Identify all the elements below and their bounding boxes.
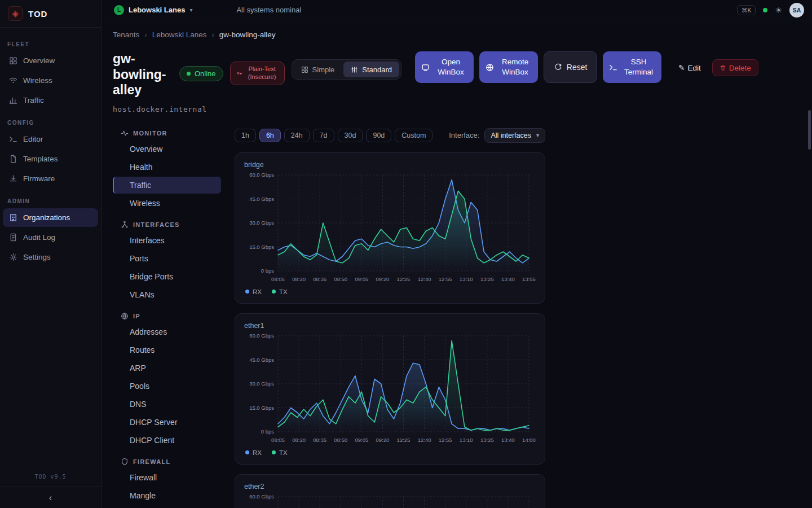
svg-text:15.0 Gbps: 15.0 Gbps — [249, 243, 274, 249]
sidebar-item-audit-log[interactable]: Audit Log — [3, 228, 98, 247]
edit-button[interactable]: ✎ Edit — [673, 59, 707, 76]
legend-tx: TX — [272, 288, 288, 295]
sidebar-item-traffic[interactable]: Traffic — [3, 91, 98, 110]
network-branch-icon — [121, 221, 129, 229]
device-nav-section-interfaces: INTERFACES — [121, 221, 221, 229]
ssh-terminal-button[interactable]: SSH Terminal — [603, 51, 661, 83]
tenant-switcher[interactable]: L Lebowski Lanes ▾ — [114, 5, 192, 15]
shield-icon — [121, 458, 129, 466]
remote-winbox-button[interactable]: Remote WinBox — [479, 51, 538, 83]
svg-text:13:10: 13:10 — [460, 276, 473, 282]
sidebar-collapse-button[interactable]: ‹ — [0, 487, 101, 508]
sidebar-item-firmware[interactable]: Firmware — [3, 169, 98, 188]
chart-title: ether2 — [244, 483, 536, 491]
sidebar-item-overview[interactable]: Overview — [3, 51, 98, 70]
interface-filter: Interface: All interfaces ▾ — [449, 128, 545, 143]
device-nav-wireless[interactable]: Wireless — [113, 195, 221, 212]
svg-text:12:55: 12:55 — [439, 437, 452, 443]
command-palette-shortcut[interactable]: ⌘K — [737, 5, 756, 15]
device-nav-ports[interactable]: Ports — [113, 250, 221, 267]
device-nav-dns[interactable]: DNS — [113, 396, 221, 413]
trash-icon — [720, 64, 726, 71]
document-icon — [9, 233, 17, 242]
device-nav-addresses[interactable]: Addresses — [113, 323, 221, 340]
traffic-chart-ether1: 0 bps15.0 Gbps30.0 Gbps45.0 Gbps60.0 Gbp… — [244, 331, 537, 447]
svg-text:12:55: 12:55 — [439, 276, 452, 282]
interface-filter-label: Interface: — [449, 131, 479, 139]
range-90d[interactable]: 90d — [366, 129, 391, 142]
chevron-down-icon: ▾ — [536, 132, 539, 138]
app-logo: ◈ TOD — [0, 0, 101, 28]
sidebar-item-label: Templates — [23, 155, 58, 163]
device-header: gw-bowling-alley Online Plain-Text (Inse… — [113, 51, 798, 98]
rx-dot-icon — [245, 450, 249, 454]
device-nav-pools[interactable]: Pools — [113, 378, 221, 395]
sidebar-item-wireless[interactable]: Wireless — [3, 71, 98, 90]
svg-text:15.0 Gbps: 15.0 Gbps — [249, 404, 274, 410]
sidebar-item-label: Audit Log — [23, 233, 55, 242]
file-icon — [9, 155, 17, 163]
device-nav-section-firewall: FIREWALL — [121, 458, 221, 466]
device-nav-interfaces[interactable]: Interfaces — [113, 232, 221, 249]
device-nav-dhcp-client[interactable]: DHCP Client — [113, 432, 221, 449]
device-actions: Open WinBox Remote WinBox Reset SSH Term… — [415, 51, 758, 83]
svg-text:08:20: 08:20 — [292, 276, 306, 282]
gear-icon — [9, 253, 17, 261]
legend-rx: RX — [245, 449, 262, 456]
legend-tx: TX — [272, 449, 288, 456]
traffic-chart-bridge: 0 bps15.0 Gbps30.0 Gbps45.0 Gbps60.0 Gbp… — [244, 170, 537, 286]
range-24h[interactable]: 24h — [284, 129, 310, 142]
breadcrumb-tenants[interactable]: Tenants — [113, 30, 139, 39]
interface-select[interactable]: All interfaces ▾ — [484, 128, 545, 143]
reset-button[interactable]: Reset — [544, 51, 597, 83]
sidebar-item-templates[interactable]: Templates — [3, 150, 98, 168]
device-nav-overview[interactable]: Overview — [113, 141, 221, 157]
sidebar-item-label: Overview — [23, 56, 55, 65]
svg-text:14:00: 14:00 — [522, 437, 536, 443]
topbar-right: ⌘K ☀ SA — [737, 3, 804, 17]
device-nav-traffic[interactable]: Traffic — [113, 177, 221, 194]
sidebar-item-label: Traffic — [23, 96, 44, 104]
range-7d[interactable]: 7d — [313, 129, 334, 142]
theme-toggle-icon[interactable]: ☀ — [775, 6, 782, 15]
user-avatar[interactable]: SA — [789, 3, 804, 17]
range-custom[interactable]: Custom — [395, 129, 433, 142]
view-mode-standard[interactable]: Standard — [343, 62, 399, 77]
device-nav-firewall[interactable]: Firewall — [113, 469, 221, 486]
connection-status-dot — [763, 8, 767, 12]
device-nav-mangle[interactable]: Mangle — [113, 487, 221, 504]
app-logo-icon: ◈ — [8, 6, 23, 21]
range-1h[interactable]: 1h — [235, 129, 256, 142]
device-nav-dhcp-server[interactable]: DHCP Server — [113, 414, 221, 431]
legend-rx: RX — [245, 288, 262, 295]
chart-legend: RX TX — [245, 449, 536, 456]
refresh-icon — [554, 63, 562, 72]
device-nav-vlans[interactable]: VLANs — [113, 286, 221, 303]
sidebar-item-label: Settings — [23, 253, 51, 261]
device-nav-section-monitor: MONITOR — [121, 129, 221, 137]
svg-text:60.0 Gbps: 60.0 Gbps — [249, 172, 274, 178]
building-icon — [9, 213, 17, 222]
delete-button[interactable]: Delete — [712, 59, 758, 76]
svg-text:30.0 Gbps: 30.0 Gbps — [249, 380, 274, 387]
sidebar-section-admin: ADMIN — [7, 198, 101, 204]
open-winbox-button[interactable]: Open WinBox — [415, 51, 474, 83]
sidebar-item-organizations[interactable]: Organizations — [3, 208, 98, 227]
range-30d[interactable]: 30d — [338, 129, 363, 142]
device-nav-arp[interactable]: ARP — [113, 360, 221, 376]
svg-text:0 bps: 0 bps — [261, 268, 274, 274]
range-6h[interactable]: 6h — [259, 129, 281, 142]
online-dot-icon — [187, 72, 191, 76]
view-mode-simple[interactable]: Simple — [294, 62, 342, 77]
sidebar-item-editor[interactable]: Editor — [3, 130, 98, 148]
svg-text:13:25: 13:25 — [480, 437, 494, 443]
sidebar-item-label: Editor — [23, 135, 43, 143]
device-nav-bridge-ports[interactable]: Bridge Ports — [113, 268, 221, 285]
sidebar-item-settings[interactable]: Settings — [3, 248, 98, 266]
scrollbar-thumb[interactable] — [808, 110, 811, 150]
device-nav-routes[interactable]: Routes — [113, 341, 221, 358]
main-area: L Lebowski Lanes ▾ All systems nominal ⌘… — [102, 0, 812, 508]
time-range-group: 1h 6h 24h 7d 30d 90d Custom — [235, 129, 433, 142]
device-nav-health[interactable]: Health — [113, 159, 221, 176]
breadcrumb-tenant[interactable]: Lebowski Lanes — [152, 30, 207, 39]
